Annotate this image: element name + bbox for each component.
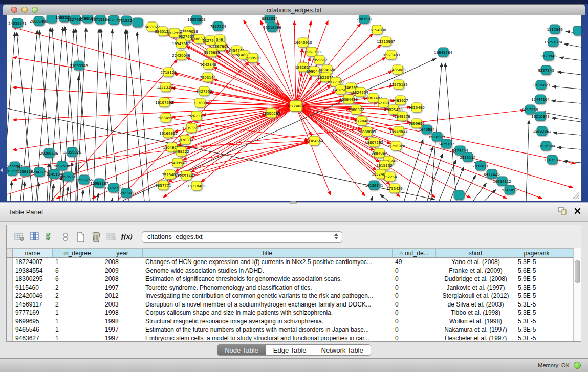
node-label: 12213967 bbox=[377, 40, 395, 44]
table-cell: 2 bbox=[53, 283, 102, 292]
table-row[interactable]: 1456911722003Disruption of a novel membe… bbox=[7, 300, 573, 309]
node-label: 10654112 bbox=[493, 180, 511, 184]
table-tabbar: Node Table Edge Table Network Table bbox=[0, 344, 588, 356]
table-row[interactable]: 2242004622012Investigating the contribut… bbox=[7, 292, 573, 300]
delete-column-disabled-button[interactable] bbox=[104, 229, 119, 245]
table-container: f(x) citations_edges.txt namein_degreeye… bbox=[6, 225, 581, 342]
network-window-titlebar[interactable]: citations_edges.txt bbox=[3, 4, 585, 15]
node-label: 12095823 bbox=[532, 83, 550, 87]
node-label: 2087682 bbox=[356, 17, 372, 21]
table-cell: 2003 bbox=[102, 300, 143, 309]
table-row[interactable]: 911546021997Tourette syndrome. Phenomeno… bbox=[7, 283, 573, 292]
function-builder-button[interactable]: f(x) bbox=[119, 229, 135, 245]
table-cell: Hescheler et al. (1997) bbox=[436, 334, 515, 342]
table-cell: 18300295 bbox=[13, 275, 53, 283]
table-settings-button[interactable] bbox=[12, 229, 27, 245]
table-row[interactable]: 946554611997Estimation of the future num… bbox=[7, 325, 573, 334]
table-source-value: citations_edges.txt bbox=[147, 233, 203, 240]
select-columns-button[interactable] bbox=[42, 229, 58, 245]
table-row[interactable]: 946362711997Embryonic stem cells: a mode… bbox=[7, 334, 573, 342]
table-cell: 2012 bbox=[102, 292, 143, 300]
network-node[interactable] bbox=[133, 18, 143, 27]
table-cell: 5.3E-5 bbox=[515, 283, 558, 292]
citation-edge-black bbox=[445, 63, 456, 201]
memory-ok-indicator bbox=[574, 362, 581, 369]
table-cell: Estimation of the future numbers of pati… bbox=[143, 325, 393, 334]
scrollbar-thumb[interactable] bbox=[575, 260, 580, 283]
citation-edge-black bbox=[560, 57, 581, 60]
table-source-dropdown[interactable]: citations_edges.txt bbox=[142, 231, 342, 243]
node-label: 9129946 bbox=[540, 54, 557, 58]
citation-edge-red bbox=[13, 87, 296, 106]
node-label: 7955812 bbox=[311, 58, 327, 62]
node-label: 7485083 bbox=[389, 68, 405, 72]
tab-network-table[interactable]: Network Table bbox=[314, 345, 371, 355]
network-node[interactable] bbox=[454, 190, 464, 200]
node-label: 9994028 bbox=[319, 68, 335, 72]
column-header-out_de[interactable]: △out_de... bbox=[393, 249, 436, 257]
table-cell: 1997 bbox=[102, 334, 143, 342]
network-view-canvas[interactable]: 2403557120691406106552871527662646616010… bbox=[7, 15, 581, 201]
citation-edge-black bbox=[552, 86, 581, 89]
table-cell: 9777169 bbox=[13, 309, 53, 317]
column-header-in_degree[interactable]: in_degree bbox=[53, 249, 102, 257]
new-document-button[interactable] bbox=[73, 229, 89, 245]
node-label: 9777169 bbox=[328, 80, 343, 84]
table-vertical-scrollbar[interactable] bbox=[573, 248, 581, 341]
table-cell: Corpus callosum shape and size in male p… bbox=[143, 309, 393, 317]
column-header-name[interactable]: name bbox=[13, 249, 53, 257]
node-label: 7032621 bbox=[472, 164, 488, 168]
citation-edge-black bbox=[76, 76, 79, 201]
node-label: 8213958 bbox=[522, 108, 538, 112]
row-gutter bbox=[7, 300, 13, 309]
table-row[interactable]: 1872400712008Changes of HCN gene express… bbox=[7, 258, 573, 267]
splitter-handle[interactable] bbox=[290, 201, 297, 204]
citation-edge-black bbox=[380, 194, 388, 201]
network-node[interactable] bbox=[573, 26, 581, 35]
table-cell: de Silva et al. (2003) bbox=[436, 300, 515, 309]
citation-edge-black bbox=[93, 29, 99, 201]
table-row[interactable]: 1830029562008Estimation of significance … bbox=[7, 275, 573, 283]
tab-edge-table[interactable]: Edge Table bbox=[266, 345, 314, 355]
citation-edge-black bbox=[10, 181, 12, 201]
node-label: 1167531 bbox=[544, 158, 560, 162]
column-header-pagerank[interactable]: pagerank bbox=[515, 249, 558, 257]
column-header-title[interactable]: title bbox=[143, 249, 393, 257]
close-panel-icon[interactable] bbox=[574, 208, 581, 214]
delete-table-button[interactable] bbox=[89, 229, 104, 245]
tab-node-table[interactable]: Node Table bbox=[217, 345, 266, 355]
node-label: 7515526 bbox=[118, 19, 135, 23]
table-row[interactable]: 977716911998Corpus callosum shape and si… bbox=[7, 309, 573, 317]
node-label: 7857224 bbox=[210, 25, 226, 29]
citation-edge-black bbox=[112, 198, 113, 201]
citation-edge-black bbox=[552, 101, 581, 103]
node-label: 9815480 bbox=[408, 106, 424, 110]
node-label: 2718126 bbox=[160, 71, 177, 75]
node-label: 8958923 bbox=[429, 135, 445, 139]
citation-edge-red bbox=[216, 55, 296, 106]
row-height-button[interactable] bbox=[58, 229, 73, 245]
node-label: 19756928 bbox=[387, 144, 405, 148]
table-cell: 1 bbox=[53, 309, 102, 317]
table-cell: 1 bbox=[53, 334, 102, 342]
float-panel-icon[interactable] bbox=[558, 207, 567, 215]
row-gutter bbox=[7, 334, 13, 342]
column-header-year[interactable]: year bbox=[102, 249, 143, 257]
table-cell: 1998 bbox=[102, 317, 143, 326]
node-label: 9884067 bbox=[371, 151, 387, 156]
node-label: 15409948 bbox=[168, 161, 187, 165]
table-row[interactable]: 969969511998Structural magnetic resonanc… bbox=[7, 317, 573, 326]
node-label: 6479197 bbox=[438, 142, 454, 146]
table-cell: 0 bbox=[393, 325, 436, 334]
table-cell: 0 bbox=[393, 334, 436, 342]
table-cell: Disruption of a novel member of a sodium… bbox=[143, 300, 393, 309]
resize-grip[interactable] bbox=[571, 190, 580, 200]
node-label: 1640954 bbox=[419, 128, 435, 132]
show-column-button[interactable] bbox=[27, 229, 42, 245]
table-row[interactable]: 1938455462009Genome-wide association stu… bbox=[7, 267, 573, 275]
table-cell: 6 bbox=[53, 267, 102, 275]
node-label: 16961758 bbox=[302, 50, 321, 54]
column-header-short[interactable]: short bbox=[436, 249, 515, 257]
table-cell: 5.5E-5 bbox=[515, 292, 558, 300]
node-label: 18720407 bbox=[353, 119, 371, 123]
